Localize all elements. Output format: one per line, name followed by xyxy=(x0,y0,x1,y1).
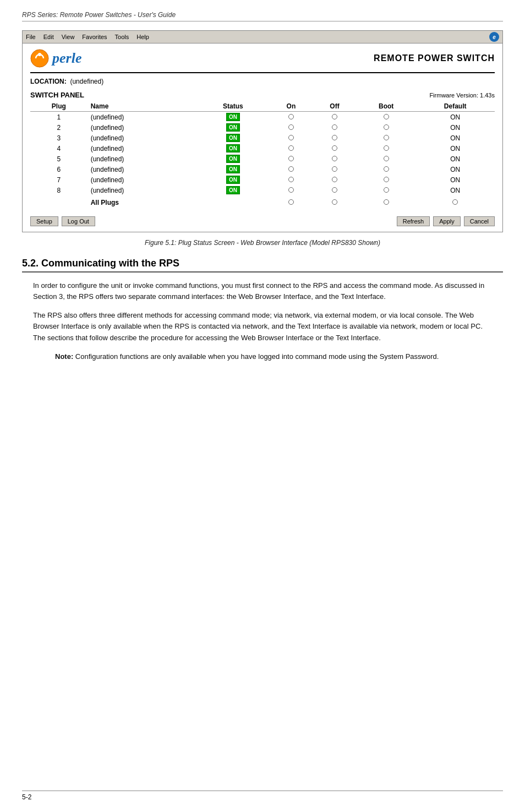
setup-button[interactable]: Setup xyxy=(30,216,58,226)
plug-default: ON xyxy=(415,112,495,123)
location-label: LOCATION: xyxy=(30,78,67,85)
plug-number: 6 xyxy=(30,164,88,175)
plug-status: ON xyxy=(196,122,270,133)
cancel-button[interactable]: Cancel xyxy=(464,216,495,226)
perle-logo: perle xyxy=(30,49,81,68)
plug-name: (undefined) xyxy=(88,154,196,164)
all-plugs-on-radio[interactable] xyxy=(270,195,313,208)
section-number: 5.2. xyxy=(22,258,39,269)
plug-name: (undefined) xyxy=(88,133,196,143)
plug-number: 4 xyxy=(30,143,88,154)
plug-default: ON xyxy=(415,143,495,154)
table-row: 3 (undefined) ON ON xyxy=(30,133,495,143)
refresh-button[interactable]: Refresh xyxy=(397,216,430,226)
location-value: (undefined) xyxy=(70,78,103,85)
switch-panel-title: SWITCH PANEL xyxy=(30,91,84,99)
plug-on-radio[interactable] xyxy=(270,122,313,133)
page-header: RPS Series: Remote Power Switches - User… xyxy=(22,11,503,21)
col-boot: Boot xyxy=(357,101,415,112)
plug-off-radio[interactable] xyxy=(313,143,357,154)
plug-on-radio[interactable] xyxy=(270,175,313,185)
section-paragraph-1: In order to configure the unit or invoke… xyxy=(33,280,492,302)
svg-point-1 xyxy=(38,53,41,56)
col-name: Name xyxy=(88,101,196,112)
plug-status: ON xyxy=(196,154,270,164)
table-row: 8 (undefined) ON ON xyxy=(30,185,495,195)
table-row: 1 (undefined) ON ON xyxy=(30,112,495,123)
plug-off-radio[interactable] xyxy=(313,154,357,164)
note-label: Note: xyxy=(55,352,73,361)
plug-status: ON xyxy=(196,112,270,123)
menu-help[interactable]: Help xyxy=(136,34,149,40)
rps-header: perle REMOTE POWER SWITCH xyxy=(30,49,495,73)
menu-edit[interactable]: Edit xyxy=(43,34,54,40)
browser-window: File Edit View Favorites Tools Help e pe… xyxy=(22,30,503,232)
col-on: On xyxy=(270,101,313,112)
plug-boot-radio[interactable] xyxy=(357,133,415,143)
all-plugs-row: All Plugs xyxy=(30,195,495,208)
all-plugs-off-radio[interactable] xyxy=(313,195,357,208)
plug-number: 5 xyxy=(30,154,88,164)
plug-boot-radio[interactable] xyxy=(357,164,415,175)
plug-default: ON xyxy=(415,164,495,175)
plug-boot-radio[interactable] xyxy=(357,112,415,123)
plug-on-radio[interactable] xyxy=(270,143,313,154)
plug-name: (undefined) xyxy=(88,143,196,154)
perle-logo-text: perle xyxy=(52,50,81,67)
section-title: Communicating with the RPS xyxy=(41,258,179,269)
plug-on-radio[interactable] xyxy=(270,133,313,143)
plug-status: ON xyxy=(196,175,270,185)
plug-name: (undefined) xyxy=(88,185,196,195)
menu-favorites[interactable]: Favorites xyxy=(82,34,107,40)
plug-name: (undefined) xyxy=(88,175,196,185)
plug-default: ON xyxy=(415,122,495,133)
plug-boot-radio[interactable] xyxy=(357,143,415,154)
plug-number: 1 xyxy=(30,112,88,123)
note-text: Configuration functions are only availab… xyxy=(73,352,439,361)
plug-default: ON xyxy=(415,185,495,195)
ie-icon: e xyxy=(489,32,499,42)
plug-off-radio[interactable] xyxy=(313,112,357,123)
section-heading: 5.2. Communicating with the RPS xyxy=(22,258,503,273)
plug-boot-radio[interactable] xyxy=(357,122,415,133)
browser-content: perle REMOTE POWER SWITCH LOCATION: (und… xyxy=(23,43,502,232)
col-plug: Plug xyxy=(30,101,88,112)
plug-name: (undefined) xyxy=(88,164,196,175)
all-plugs-default-radio[interactable] xyxy=(415,195,495,208)
plug-default: ON xyxy=(415,154,495,164)
all-plugs-label: All Plugs xyxy=(88,195,196,208)
table-row: 4 (undefined) ON ON xyxy=(30,143,495,154)
menu-file[interactable]: File xyxy=(26,34,36,40)
menu-view[interactable]: View xyxy=(62,34,75,40)
plug-status: ON xyxy=(196,133,270,143)
page-number: 5-2 xyxy=(22,793,31,801)
plug-name: (undefined) xyxy=(88,112,196,123)
plug-boot-radio[interactable] xyxy=(357,185,415,195)
plug-on-radio[interactable] xyxy=(270,164,313,175)
plug-off-radio[interactable] xyxy=(313,122,357,133)
table-row: 5 (undefined) ON ON xyxy=(30,154,495,164)
apply-button[interactable]: Apply xyxy=(433,216,461,226)
plug-table: Plug Name Status On Off Boot Default 1 (… xyxy=(30,101,495,208)
plug-off-radio[interactable] xyxy=(313,133,357,143)
plug-number: 2 xyxy=(30,122,88,133)
plug-on-radio[interactable] xyxy=(270,154,313,164)
plug-boot-radio[interactable] xyxy=(357,175,415,185)
plug-boot-radio[interactable] xyxy=(357,154,415,164)
plug-off-radio[interactable] xyxy=(313,185,357,195)
plug-on-radio[interactable] xyxy=(270,112,313,123)
firmware-version: Firmware Version: 1.43s xyxy=(429,92,495,99)
figure-caption: Figure 5.1: Plug Status Screen - Web Bro… xyxy=(22,239,503,247)
col-off: Off xyxy=(313,101,357,112)
col-default: Default xyxy=(415,101,495,112)
plug-off-radio[interactable] xyxy=(313,164,357,175)
plug-off-radio[interactable] xyxy=(313,175,357,185)
page-footer: 5-2 xyxy=(22,791,503,801)
table-row: 2 (undefined) ON ON xyxy=(30,122,495,133)
plug-number: 8 xyxy=(30,185,88,195)
plug-on-radio[interactable] xyxy=(270,185,313,195)
all-plugs-boot-radio[interactable] xyxy=(357,195,415,208)
logout-button[interactable]: Log Out xyxy=(62,216,95,226)
note-box: Note: Configuration functions are only a… xyxy=(55,351,481,362)
menu-tools[interactable]: Tools xyxy=(115,34,129,40)
